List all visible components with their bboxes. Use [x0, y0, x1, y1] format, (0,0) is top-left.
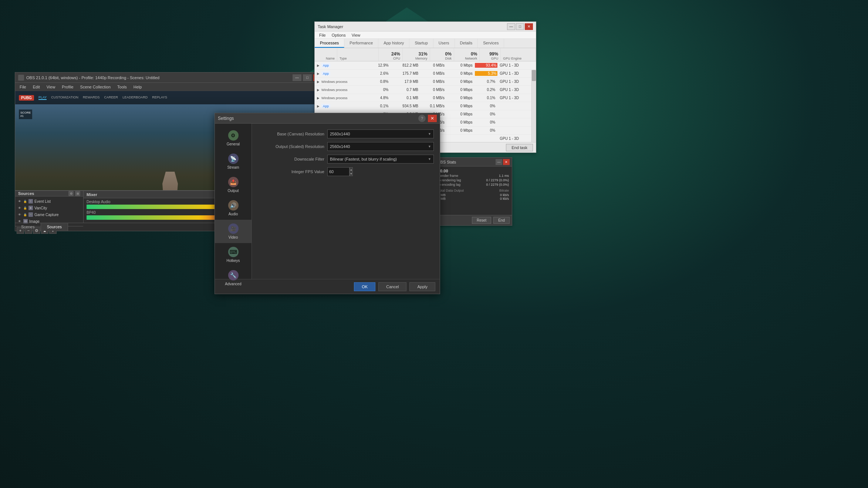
col-header-gpu-engine[interactable]: GPU Engine	[501, 48, 536, 61]
task-manager-menubar: File Options View	[315, 31, 536, 39]
task-manager-close[interactable]: ✕	[525, 23, 533, 30]
tm-row-csrss[interactable]: ▶ Client Server Runtime Process Windows …	[315, 86, 536, 94]
tm-tab-processes[interactable]: Processes	[315, 39, 344, 48]
settings-row-base-res: Base (Canvas) Resolution 2560x1440 ▼	[258, 129, 434, 138]
obs-menu-scene-collection[interactable]: Scene Collection	[77, 84, 114, 90]
col-header-memory[interactable]: 31% Memory	[403, 48, 430, 61]
task-manager-window-controls: — □ ✕	[506, 23, 533, 30]
fps-spin-up[interactable]: ▲	[350, 168, 352, 172]
stats-reset-button[interactable]: Reset	[472, 217, 491, 224]
game-topbar: PUBG PLAY CUSTOMIZATION REWARDS CAREER L…	[15, 91, 325, 104]
settings-ok-button[interactable]: OK	[354, 282, 375, 291]
col-header-type[interactable]: Type	[337, 48, 379, 61]
settings-nav-advanced[interactable]: 🔧 Advanced	[215, 266, 251, 290]
stats-render-lag-label: Render frame	[438, 174, 458, 178]
settings-nav-audio[interactable]: 🔊 Audio	[215, 196, 251, 220]
tm-tab-details[interactable]: Details	[455, 39, 478, 48]
tm-row-firefox[interactable]: ▶ Firefox (8) App 0.1% 934.5 MB 0.1 MB/s…	[315, 102, 536, 110]
obs-menu-edit[interactable]: Edit	[30, 84, 43, 90]
tm-row-dwm[interactable]: ▶ Desktop Window Manager Windows process…	[315, 78, 536, 86]
settings-value-base-res: 2560x1440	[330, 132, 350, 136]
tm-tab-services[interactable]: Services	[478, 39, 504, 48]
settings-row-fps: Integer FPS Value 60 ▲ ▼	[258, 167, 434, 176]
tab-scenes[interactable]: Scenes	[15, 223, 41, 231]
settings-nav-video[interactable]: 🎥 Video	[215, 220, 251, 243]
stats-end-button[interactable]: End	[493, 217, 510, 224]
tm-row-obs64[interactable]: ▶ obs64.exe (2) App 2.6% 175.7 MB 0 MB/s…	[315, 70, 536, 78]
task-manager-scrollbar[interactable]	[531, 70, 536, 142]
col-header-disk[interactable]: 0% Disk	[430, 48, 454, 61]
tm-menu-file[interactable]: File	[316, 33, 329, 38]
tm-tab-users[interactable]: Users	[433, 39, 455, 48]
game-nav-rewards[interactable]: REWARDS	[83, 95, 100, 100]
sources-config-icon[interactable]: ⚙	[68, 191, 74, 196]
stats-close-button[interactable]: ✕	[503, 159, 510, 165]
task-manager-minimize[interactable]: —	[507, 23, 515, 30]
task-manager-maximize[interactable]: □	[516, 23, 524, 30]
settings-titlebar: Settings ? ✕	[215, 113, 440, 124]
tm-type-firefox: App	[321, 104, 330, 108]
settings-nav-general[interactable]: ⚙ General	[215, 127, 251, 150]
settings-nav-stream[interactable]: 📡 Stream	[215, 150, 251, 173]
game-nav-career[interactable]: CAREER	[104, 95, 118, 100]
stats-row-render-lag-label: Render frame 1.1 ms	[438, 174, 509, 178]
tm-tab-performance[interactable]: Performance	[344, 39, 378, 48]
settings-fps-input[interactable]: 60	[327, 167, 349, 176]
tm-cell-gpu-csrss: 0.2%	[475, 88, 498, 92]
tm-row-tslgame[interactable]: ▶ TslGame App 12.9% 812.2 MB 0 MB/s 0 Mb…	[315, 61, 536, 70]
fps-spin-down[interactable]: ▼	[350, 172, 352, 176]
settings-dropdown-downscale[interactable]: Bilinear (Fastest, but blurry if scaling…	[327, 155, 434, 164]
stats-minimize-button[interactable]: —	[496, 159, 502, 165]
task-manager-titlebar: Task Manager — □ ✕	[315, 22, 536, 31]
advanced-nav-icon: 🔧	[228, 270, 239, 280]
tm-end-task-button[interactable]: End task	[506, 144, 533, 151]
settings-help-button[interactable]: ?	[418, 115, 426, 122]
sources-expand-icon[interactable]: ⊞	[75, 191, 80, 196]
obs-menu-file[interactable]: File	[17, 84, 29, 90]
tm-cell-mem-firefox: 934.5 MB	[391, 104, 421, 108]
col-header-name[interactable]: Name	[315, 48, 337, 61]
obs-maximize-button[interactable]: □	[303, 74, 312, 81]
settings-close-button[interactable]: ✕	[428, 115, 437, 122]
settings-dropdown-output-res[interactable]: 2560x1440 ▼	[327, 142, 434, 151]
tm-menu-options[interactable]: Options	[329, 33, 349, 38]
col-header-gpu[interactable]: 99% GPU	[480, 48, 501, 61]
game-nav-customization[interactable]: CUSTOMIZATION	[51, 95, 78, 100]
settings-fps-value: 60	[329, 169, 334, 174]
tm-cell-cpu-tslgame: 12.9%	[365, 63, 391, 67]
stats-rendering-lag-label: to rendering lag	[438, 178, 461, 182]
obs-menu-help[interactable]: Help	[131, 84, 145, 90]
col-header-network[interactable]: 0% Network	[454, 48, 480, 61]
tm-scrollbar-thumb[interactable]	[532, 70, 536, 81]
game-nav-leaderboard[interactable]: LEADERBOARD	[122, 95, 148, 100]
game-nav-play[interactable]: PLAY	[38, 95, 47, 100]
tm-cell-gpu-smartscreen: 0%	[475, 128, 498, 132]
settings-nav-output[interactable]: 📤 Output	[215, 173, 251, 196]
source-item-game-capture[interactable]: 👁 🔒 🎮 Game Capture	[15, 211, 83, 218]
tm-menu-view[interactable]: View	[349, 33, 364, 38]
obs-menu-view[interactable]: View	[44, 84, 58, 90]
game-nav-replays[interactable]: REPLAYS	[152, 95, 167, 100]
tab-sources[interactable]: Sources	[41, 223, 68, 231]
source-item-vancity[interactable]: 👁 🔒 ▶ VanCity	[15, 205, 83, 211]
tm-tab-apphistory[interactable]: App history	[378, 39, 409, 48]
tm-cell-gpu-graphicsperf: 0%	[475, 112, 498, 116]
obs-menu-profile[interactable]: Profile	[59, 84, 76, 90]
settings-cancel-button[interactable]: Cancel	[378, 282, 406, 291]
tm-cell-gpu-dwm: 0.7%	[475, 80, 498, 84]
settings-nav-hotkeys[interactable]: ⌨ Hotkeys	[215, 243, 251, 266]
stats-window-controls: — ✕	[496, 159, 510, 165]
settings-dropdown-base-res[interactable]: 2560x1440 ▼	[327, 129, 434, 138]
col-header-type-label: Type	[340, 57, 376, 60]
obs-minimize-button[interactable]: —	[293, 74, 301, 81]
tm-row-system[interactable]: ▶ System Windows process 4.8% 0.1 MB 0 M…	[315, 94, 536, 102]
settings-nav-stream-label: Stream	[227, 165, 239, 169]
col-header-cpu[interactable]: 24% CPU	[379, 48, 403, 61]
tm-tab-startup[interactable]: Startup	[409, 39, 433, 48]
settings-apply-button[interactable]: Apply	[409, 282, 435, 291]
tm-cell-gpu-firefox: 0%	[475, 104, 498, 108]
obs-stats-panel: OBS Stats — ✕ 60.00 Render frame 1.1 ms …	[435, 157, 512, 226]
obs-menu-tools[interactable]: Tools	[114, 84, 130, 90]
source-item-event-list[interactable]: 👁 🔒 T Event List	[15, 198, 83, 205]
settings-label-output-res: Output (Scaled) Resolution	[258, 144, 324, 149]
